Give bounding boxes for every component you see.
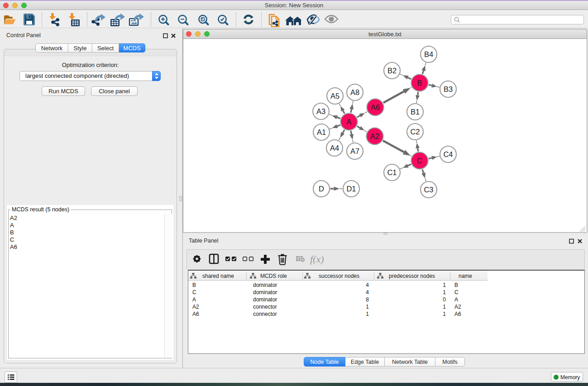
svg-text:A6: A6 xyxy=(371,103,380,111)
svg-text:A2: A2 xyxy=(370,132,379,140)
svg-text:A3: A3 xyxy=(316,107,325,115)
svg-text:C2: C2 xyxy=(410,128,420,136)
svg-text:f(x): f(x) xyxy=(310,253,324,265)
svg-text:A1: A1 xyxy=(317,128,326,136)
svg-text:B2: B2 xyxy=(387,67,397,75)
svg-text:C3: C3 xyxy=(424,186,433,194)
svg-text:B3: B3 xyxy=(444,85,453,93)
svg-text:A: A xyxy=(346,118,351,126)
svg-text:C4: C4 xyxy=(443,150,453,158)
svg-text:A8: A8 xyxy=(350,88,359,96)
svg-text:A7: A7 xyxy=(350,147,359,155)
svg-text:B4: B4 xyxy=(424,50,433,58)
svg-text:A5: A5 xyxy=(330,92,339,100)
svg-text:C1: C1 xyxy=(387,168,397,176)
svg-text:D: D xyxy=(319,185,324,193)
svg-text:B1: B1 xyxy=(411,108,420,116)
svg-text:B: B xyxy=(417,79,422,87)
svg-text:A4: A4 xyxy=(330,144,339,152)
svg-text:D1: D1 xyxy=(346,185,356,193)
svg-text:C: C xyxy=(417,157,422,165)
